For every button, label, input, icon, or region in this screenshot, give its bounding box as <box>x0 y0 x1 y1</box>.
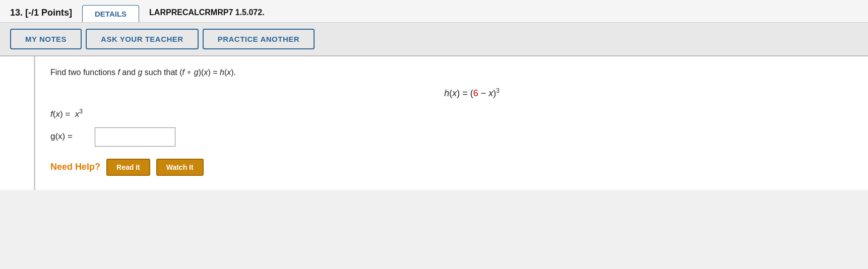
need-help-row: Need Help? Read It Watch It <box>50 159 853 176</box>
need-help-label: Need Help? <box>50 162 100 172</box>
h-red-number: 6 <box>473 88 478 98</box>
details-tab[interactable]: DETAILS <box>82 5 139 22</box>
problem-number: 13. [-/1 Points] <box>10 8 72 22</box>
f-function-line: f(x) = x3 <box>50 108 853 119</box>
g-label: g(x) = <box>50 131 91 142</box>
problem-code: LARPRECALCRMRP7 1.5.072. <box>139 8 265 22</box>
page-wrapper: 13. [-/1 Points] DETAILS LARPRECALCRMRP7… <box>0 0 868 269</box>
header-bar: 13. [-/1 Points] DETAILS LARPRECALCRMRP7… <box>0 0 868 23</box>
practice-another-button[interactable]: PRACTICE ANOTHER <box>203 29 315 49</box>
g-function-input[interactable] <box>95 127 175 147</box>
left-border-container: Find two functions f and g such that (f … <box>0 56 868 190</box>
main-content: Find two functions f and g such that (f … <box>35 56 868 190</box>
left-gutter <box>0 56 35 190</box>
action-bar: MY NOTES ASK YOUR TEACHER PRACTICE ANOTH… <box>0 23 868 56</box>
g-function-line: g(x) = <box>50 127 853 147</box>
watch-it-button[interactable]: Watch It <box>156 159 204 176</box>
problem-instruction: Find two functions f and g such that (f … <box>50 68 853 77</box>
h-exponent: 3 <box>496 87 500 94</box>
read-it-button[interactable]: Read It <box>106 159 150 176</box>
h-function-display: h(x) = (6 − x)3 <box>91 87 853 99</box>
f-label: f(x) = x3 <box>50 108 91 119</box>
my-notes-button[interactable]: MY NOTES <box>10 29 82 49</box>
ask-teacher-button[interactable]: ASK YOUR TEACHER <box>86 29 199 49</box>
outer-container: Find two functions f and g such that (f … <box>0 56 868 190</box>
